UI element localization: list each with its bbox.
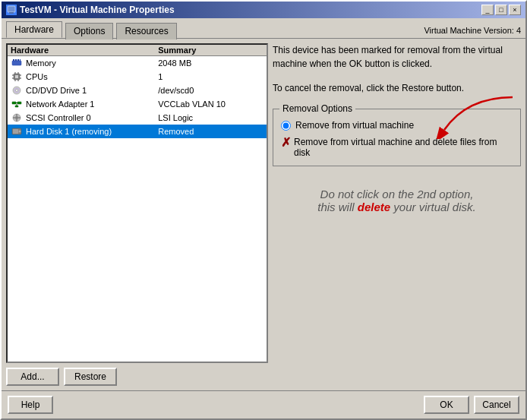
network-summary: VCCLab VLAN 10	[158, 99, 264, 109]
header-summary: Summary	[158, 46, 264, 55]
main-window: TestVM - Virtual Machine Properties _ □ …	[0, 0, 527, 420]
x-icon: ✗	[281, 137, 291, 149]
tab-resources[interactable]: Resources	[116, 23, 176, 39]
main-content: Hardware Summary	[2, 39, 525, 390]
ok-button[interactable]: OK	[424, 396, 469, 414]
memory-summary: 2048 MB	[158, 58, 264, 68]
warning-line2: this will delete your virtual disk.	[273, 201, 521, 213]
option1-radio[interactable]	[281, 121, 291, 131]
warning-container: Do not click on the 2nd option, this wil…	[273, 188, 521, 213]
help-button[interactable]: Help	[8, 396, 53, 414]
tab-hardware[interactable]: Hardware	[6, 21, 62, 38]
removal-options-group: Removal Options Remove from virtual mach…	[273, 109, 521, 166]
cd-icon	[11, 84, 23, 96]
close-button[interactable]: ×	[509, 5, 521, 15]
removal-options-legend: Removal Options	[279, 103, 355, 114]
option1-container: Remove from virtual machine	[281, 120, 513, 131]
svg-rect-3	[13, 59, 14, 61]
svg-rect-2	[12, 61, 21, 65]
app-icon	[6, 5, 17, 15]
header-hardware: Hardware	[11, 46, 158, 55]
network-icon	[11, 98, 23, 110]
window-title: TestVM - Virtual Machine Properties	[20, 5, 175, 15]
svg-point-34	[20, 131, 21, 132]
warning-suffix: your virtual disk.	[390, 201, 476, 213]
svg-rect-4	[15, 59, 17, 61]
cpu-summary: 1	[158, 72, 264, 81]
list-item[interactable]: SCSI Controller 0 LSI Logic	[8, 111, 267, 125]
right-panel: This device has been marked for removal …	[273, 43, 521, 386]
svg-rect-21	[17, 102, 21, 104]
left-buttons: Add... Restore	[6, 363, 268, 386]
tabs-bar: Hardware Options Resources	[6, 21, 178, 38]
title-bar: TestVM - Virtual Machine Properties _ □ …	[2, 2, 525, 18]
warning-line1: Do not click on the 2nd option,	[273, 188, 521, 201]
arrow-icon	[429, 93, 520, 139]
scsi-summary: LSI Logic	[158, 113, 264, 122]
cd-summary: /dev/scd0	[158, 86, 264, 95]
scsi-icon	[11, 112, 23, 124]
add-button[interactable]: Add...	[6, 368, 59, 386]
list-header: Hardware Summary	[8, 45, 267, 56]
tab-options[interactable]: Options	[65, 23, 113, 39]
cpu-icon	[11, 71, 23, 83]
svg-rect-5	[17, 59, 19, 61]
vm-version: Virtual Machine Version: 4	[424, 26, 521, 38]
info-text: This device has been marked for removal …	[273, 43, 521, 71]
memory-icon	[11, 57, 23, 69]
option1-label: Remove from virtual machine	[295, 120, 414, 131]
hd-icon	[11, 125, 23, 137]
warning-delete: delete	[358, 201, 390, 213]
bottom-bar: Help OK Cancel	[2, 390, 525, 418]
svg-rect-1	[9, 12, 14, 14]
list-item-selected[interactable]: Hard Disk 1 (removing) Removed	[8, 125, 267, 138]
svg-rect-6	[20, 59, 21, 61]
list-item[interactable]: CD/DVD Drive 1 /dev/scd0	[8, 84, 267, 97]
title-bar-buttons: _ □ ×	[481, 5, 521, 15]
ok-cancel-buttons: OK Cancel	[424, 396, 519, 414]
svg-rect-32	[13, 129, 18, 134]
hardware-list: Hardware Summary	[6, 43, 268, 363]
list-item[interactable]: Memory 2048 MB	[8, 56, 267, 70]
title-bar-left: TestVM - Virtual Machine Properties	[6, 5, 175, 15]
restore-button[interactable]: Restore	[64, 368, 117, 386]
svg-rect-20	[12, 102, 16, 104]
list-item[interactable]: Network Adapter 1 VCCLab VLAN 10	[8, 97, 267, 111]
cancel-button[interactable]: Cancel	[474, 396, 519, 414]
list-item[interactable]: CPUs 1	[8, 70, 267, 84]
option2-label: Remove from virtual machine and delete f…	[294, 137, 513, 158]
maximize-button[interactable]: □	[495, 5, 507, 15]
svg-point-18	[16, 90, 18, 92]
svg-point-26	[15, 116, 18, 119]
svg-rect-23	[15, 106, 18, 107]
warning-prefix: this will	[317, 201, 358, 213]
svg-rect-0	[8, 6, 15, 12]
svg-rect-8	[15, 75, 18, 78]
left-panel: Hardware Summary	[6, 43, 268, 386]
minimize-button[interactable]: _	[481, 5, 494, 15]
option2-container: ✗ Remove from virtual machine and delete…	[281, 137, 513, 158]
hd-summary: Removed	[158, 127, 264, 136]
